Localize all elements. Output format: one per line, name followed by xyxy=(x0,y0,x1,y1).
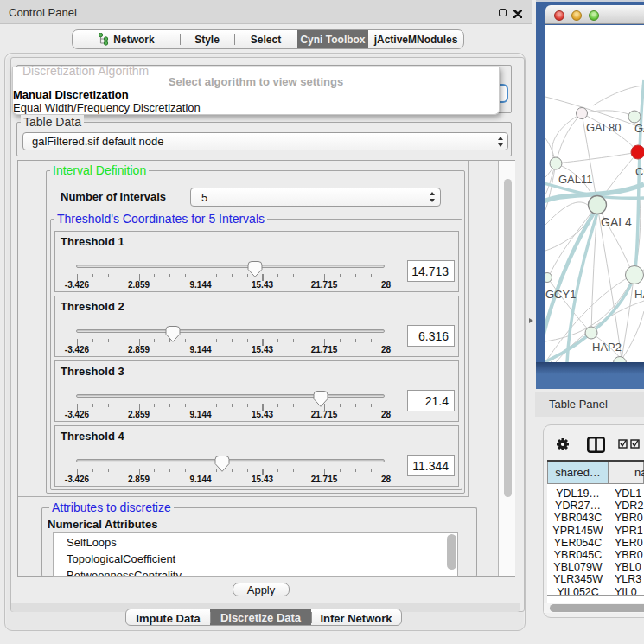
svg-text:GAL11: GAL11 xyxy=(558,173,593,186)
svg-text:GCY1: GCY1 xyxy=(545,288,576,301)
svg-text:GAL80: GAL80 xyxy=(586,121,621,134)
svg-text:HAP2: HAP2 xyxy=(592,341,622,354)
svg-text:HA: HA xyxy=(634,288,644,301)
svg-text:CO: CO xyxy=(635,165,644,178)
svg-text:GA: GA xyxy=(634,122,644,135)
svg-text:GAL4: GAL4 xyxy=(601,215,632,229)
